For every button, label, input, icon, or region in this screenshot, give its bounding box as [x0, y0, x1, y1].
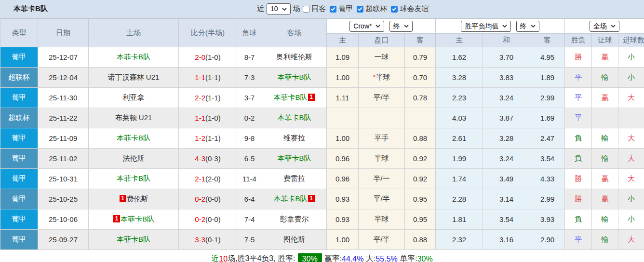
cell-score: 1-1(1-1) [179, 68, 237, 88]
cell-league: 超联杯 [0, 108, 38, 128]
cell-home-team: 1本菲卡B队 [89, 209, 179, 230]
summary-handicap-label: 赢率: [324, 254, 342, 262]
chevron-down-icon [611, 25, 616, 28]
cell-corners: 6-4 [237, 189, 262, 209]
cell-avg-home: 1.74 [436, 169, 483, 189]
cell-result: 勝 [565, 169, 592, 189]
away-team-name: 本菲卡B队 [277, 113, 311, 122]
cell-score: 0-2(0-0) [179, 189, 237, 209]
odds-time-select[interactable]: 终 [389, 21, 413, 32]
col-header-date: 日期 [38, 19, 89, 47]
half-time-score: (0-1) [205, 235, 221, 244]
summary-big-label: 大: [363, 254, 376, 262]
cell-odds-away: 0.92 [405, 149, 436, 169]
full-time-score: 0-2 [195, 195, 205, 203]
cell-home-team: 本菲卡B队 [89, 169, 179, 189]
games-label: 场 [293, 4, 300, 14]
summary-big-value: 55.5% [376, 255, 397, 262]
cell-avg-draw: 3.24 [483, 149, 530, 169]
cell-goals: 小 [618, 209, 644, 230]
cell-odds-away: 0.95 [405, 189, 436, 209]
cell-corners: 7-4 [237, 209, 262, 230]
col-header-corners: 角球 [237, 19, 262, 47]
away-team-name: 彭拿费尔 [280, 215, 309, 223]
cell-avg-draw: 3.49 [483, 169, 530, 189]
handicap-value: 平/半 [373, 93, 389, 101]
half-time-score: (2-0) [205, 175, 221, 183]
league2-checkbox[interactable] [357, 6, 363, 13]
league1-checkbox[interactable] [330, 6, 336, 13]
cell-handicap: 一球 [359, 47, 405, 68]
cell-odds-away: 0.88 [405, 128, 436, 149]
away-team-name: 本菲卡B队 [277, 73, 311, 81]
sub-header-avg-draw: 和 [483, 34, 530, 47]
cell-away-team: 奥利维伦斯 [262, 47, 327, 68]
sub-header-handicap: 盘口 [359, 34, 405, 47]
avg-odds-select[interactable]: 胜平负均值 [461, 21, 511, 32]
cell-odds-away: 0.70 [405, 68, 436, 88]
cell-away-team: 维赛拉 [262, 128, 327, 149]
half-time-score: (1-0) [205, 53, 221, 61]
cell-avg-home: 1.62 [436, 47, 483, 68]
match-row: 葡甲 25-11-09 本菲卡B队 1-2(1-1) 9-8 维赛拉 1.00 … [0, 128, 644, 149]
home-rank-badge: 1 [113, 215, 120, 222]
chevron-down-icon [376, 25, 380, 28]
cell-avg-away: 4.33 [530, 169, 565, 189]
recent-count-select[interactable]: 10 [267, 3, 291, 14]
cell-corners: 3-7 [237, 88, 262, 108]
odds-source-select[interactable]: Crow* [349, 21, 384, 32]
match-row: 葡甲 25-11-30 利亚拿 2-2(1-1) 3-7 本菲卡B队1 1.11… [0, 88, 644, 108]
cell-away-team: 本菲卡B队1 [262, 88, 327, 108]
cell-date: 25-12-07 [38, 47, 89, 68]
cell-goals: 小 [618, 68, 644, 88]
same-away-checkbox[interactable] [303, 6, 309, 13]
league3-checkbox[interactable] [391, 6, 398, 13]
cell-home-team: 本菲卡B队 [89, 230, 179, 250]
cell-score: 2-0(1-0) [179, 47, 237, 68]
cell-away-team: 本菲卡B队 [262, 108, 327, 128]
cell-avg-home: 3.28 [436, 68, 483, 88]
cell-avg-away: 1.69 [530, 108, 565, 128]
sub-header-avg-away: 客 [530, 34, 565, 47]
cell-date: 25-11-22 [38, 108, 89, 128]
summary-single-value: 30% [417, 255, 433, 262]
cell-let-ball: 赢 [592, 189, 618, 209]
cell-corners: 8-7 [237, 47, 262, 68]
cell-league: 葡甲 [0, 47, 38, 68]
home-team-name: 本菲卡B队 [121, 215, 154, 223]
match-row: 超联杯 25-11-22 布莱顿 U21 1-1(1-0) 0-2 本菲卡B队 … [0, 108, 644, 128]
cell-corners: 7-5 [237, 230, 262, 250]
cell-home-team: 布莱顿 U21 [89, 108, 179, 128]
sub-header-odds-home: 主 [327, 34, 359, 47]
cell-let-ball: 赢 [592, 169, 618, 189]
cell-avg-draw: 3.28 [483, 128, 530, 149]
cell-corners: 9-8 [237, 128, 262, 149]
cell-home-team: 1费伦斯 [89, 189, 179, 209]
chevron-down-icon [282, 8, 287, 11]
chevron-down-icon [404, 25, 409, 28]
check-icon [331, 7, 335, 11]
cell-let-ball [592, 108, 618, 128]
cell-score: 1-2(1-1) [179, 128, 237, 149]
avg-time-select[interactable]: 终 [516, 21, 539, 32]
col-header-score: 比分(半场) [179, 19, 237, 47]
scope-select[interactable]: 全场 [590, 21, 619, 32]
cell-handicap: 平手 [359, 128, 405, 149]
cell-avg-away: 4.95 [530, 47, 565, 68]
sub-header-result: 胜负 [565, 34, 592, 47]
away-team-name: 图伦斯 [283, 235, 305, 243]
summary-single-label: 单率: [398, 254, 417, 262]
cell-avg-away: 2.47 [530, 128, 565, 149]
full-time-score: 1-1 [195, 73, 205, 82]
cell-score: 1-1(1-0) [179, 108, 237, 128]
cell-away-team: 本菲卡B队 [262, 68, 327, 88]
cell-goals: 大 [618, 88, 644, 108]
cell-handicap: 平/半 [359, 230, 405, 250]
cell-let-ball: 輸 [592, 128, 618, 149]
league2-label: 超联杯 [366, 4, 388, 14]
cell-away-team: 本菲卡B队1 [262, 189, 327, 209]
match-row: 葡甲 25-10-06 1本菲卡B队 0-2(0-0) 7-4 彭拿费尔 0.9… [0, 209, 644, 230]
handicap-value: 半/一 [373, 174, 389, 182]
cell-league: 葡甲 [0, 189, 38, 209]
cell-league: 葡甲 [0, 149, 38, 169]
